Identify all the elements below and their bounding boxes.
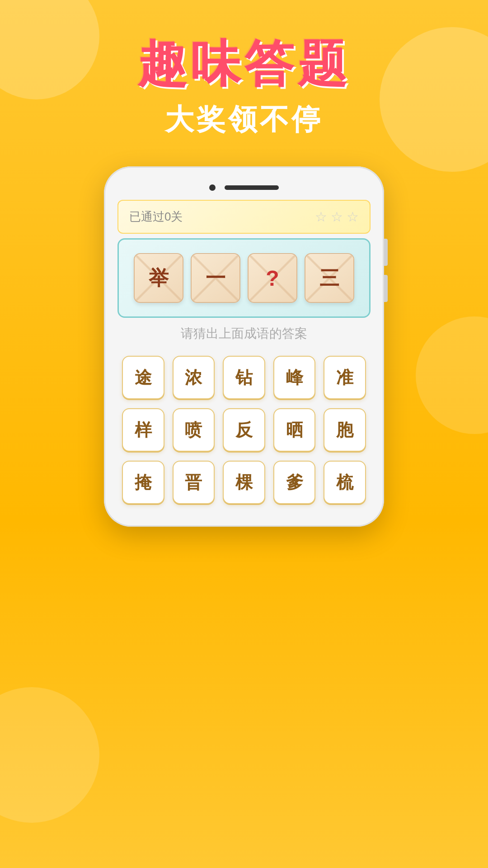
sub-title: 大奖领不停 (0, 100, 488, 139)
char-btn-峰[interactable]: 峰 (273, 356, 316, 399)
star-2: ☆ (331, 209, 343, 225)
char-btn-掩[interactable]: 掩 (122, 461, 164, 504)
star-3: ☆ (347, 209, 359, 225)
char-btn-梳[interactable]: 梳 (324, 461, 366, 504)
char-row-2: 样 喷 反 晒 胞 (122, 408, 366, 452)
tile-3-question: ? (248, 253, 297, 303)
char-row-1: 途 浓 钻 峰 准 (122, 356, 366, 399)
char-btn-途[interactable]: 途 (122, 356, 164, 399)
notch-bar (225, 185, 279, 190)
instruction-text: 请猜出上面成语的答案 (117, 325, 371, 342)
phone-wrapper: 已通过0关 ☆ ☆ ☆ 举 一 ? 三 请猜出上面成语的答案 途 浓 钻 (0, 166, 488, 527)
deco-circle-4 (0, 687, 99, 823)
char-btn-棵[interactable]: 棵 (223, 461, 265, 504)
main-title: 趣味答题 (0, 36, 488, 91)
header: 趣味答题 大奖领不停 (0, 0, 488, 139)
char-btn-钻[interactable]: 钻 (223, 356, 265, 399)
phone-mockup: 已通过0关 ☆ ☆ ☆ 举 一 ? 三 请猜出上面成语的答案 途 浓 钻 (104, 166, 384, 527)
char-btn-晋[interactable]: 晋 (173, 461, 215, 504)
tile-4: 三 (305, 253, 354, 303)
stars-container: ☆ ☆ ☆ (315, 209, 359, 225)
char-btn-晒[interactable]: 晒 (273, 408, 316, 452)
char-btn-喷[interactable]: 喷 (173, 408, 215, 452)
char-grid: 途 浓 钻 峰 准 样 喷 反 晒 胞 掩 晋 棵 爹 梳 (117, 356, 371, 504)
status-bar: 已通过0关 ☆ ☆ ☆ (117, 200, 371, 234)
char-btn-准[interactable]: 准 (324, 356, 366, 399)
tile-2: 一 (191, 253, 240, 303)
char-row-3: 掩 晋 棵 爹 梳 (122, 461, 366, 504)
phone-notch (117, 184, 371, 191)
char-btn-浓[interactable]: 浓 (173, 356, 215, 399)
level-text: 已通过0关 (129, 209, 183, 225)
star-1: ☆ (315, 209, 327, 225)
char-btn-样[interactable]: 样 (122, 408, 164, 452)
char-btn-胞[interactable]: 胞 (324, 408, 366, 452)
char-btn-反[interactable]: 反 (223, 408, 265, 452)
puzzle-tiles: 举 一 ? 三 (128, 253, 360, 303)
char-btn-爹[interactable]: 爹 (273, 461, 316, 504)
notch-dot (209, 184, 216, 191)
tile-1: 举 (134, 253, 183, 303)
puzzle-area: 举 一 ? 三 (117, 238, 371, 318)
